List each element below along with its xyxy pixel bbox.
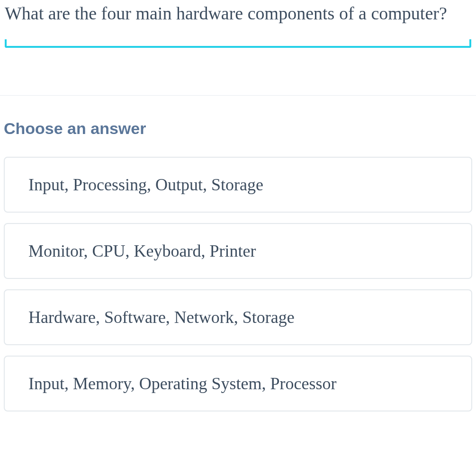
answer-option-4[interactable]: Input, Memory, Operating System, Process… <box>4 356 472 411</box>
answer-option-3[interactable]: Hardware, Software, Network, Storage <box>4 289 472 345</box>
answer-option-text: Monitor, CPU, Keyboard, Printer <box>28 241 256 260</box>
question-section: What are the four main hardware componen… <box>0 0 476 62</box>
answer-heading: Choose an answer <box>4 119 472 138</box>
answer-option-1[interactable]: Input, Processing, Output, Storage <box>4 157 472 213</box>
answer-section: Choose an answer Input, Processing, Outp… <box>0 96 476 411</box>
answer-option-text: Input, Memory, Operating System, Process… <box>28 374 337 393</box>
answer-option-text: Input, Processing, Output, Storage <box>28 175 263 194</box>
question-underline <box>5 46 471 48</box>
answer-option-text: Hardware, Software, Network, Storage <box>28 308 295 327</box>
answer-option-2[interactable]: Monitor, CPU, Keyboard, Printer <box>4 223 472 279</box>
question-text: What are the four main hardware componen… <box>5 0 471 46</box>
